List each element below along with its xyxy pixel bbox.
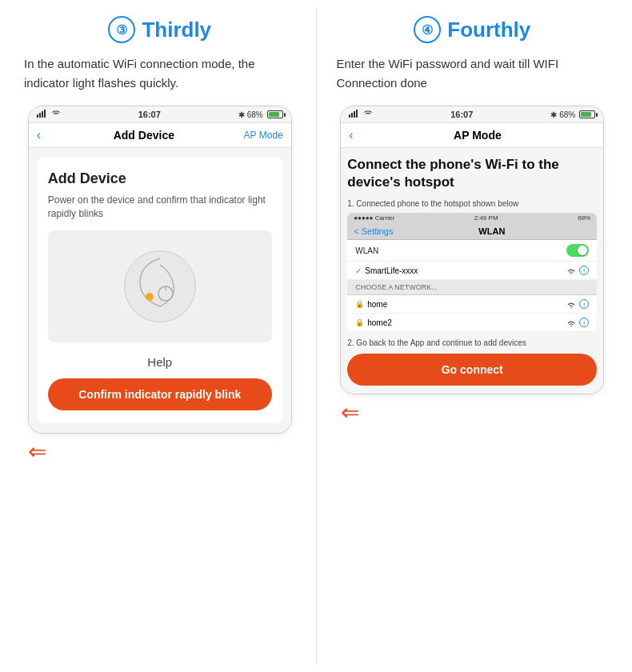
- wlan-toggle-row: WLAN: [347, 240, 597, 262]
- right-status-time: 16:07: [450, 110, 473, 119]
- inner-nav: < Settings WLAN: [347, 223, 597, 240]
- svg-point-11: [570, 274, 572, 274]
- step4-title: Fourthly: [447, 18, 530, 42]
- inner-phone-simulation: ●●●●● Carrier 2:49 PM 68% < Settings WLA…: [347, 213, 597, 332]
- right-phone-nav: ‹ AP Mode: [341, 123, 603, 148]
- right-bluetooth-icon: ✱: [550, 110, 557, 119]
- svg-rect-8: [351, 113, 353, 118]
- ap-title: Connect the phone's Wi-Fi to the device'…: [347, 156, 597, 191]
- left-phone-body: Add Device Power on the device and confi…: [29, 148, 291, 433]
- svg-rect-3: [44, 110, 46, 118]
- add-device-title: Add Device: [48, 170, 272, 187]
- left-arrow-icon: ⇐: [28, 438, 46, 465]
- right-arrow-icon: ⇐: [341, 399, 359, 426]
- battery-percent-left: 68%: [247, 110, 263, 119]
- left-phone-nav: ‹ Add Device AP Mode: [29, 123, 291, 148]
- left-phone-mockup: 16:07 ✱ 68% ‹ Add Device AP Mode Add Dev…: [28, 106, 292, 434]
- left-arrow-container: ⇐: [28, 438, 46, 465]
- svg-rect-9: [354, 111, 355, 118]
- right-status-bar: 16:07 ✱ 68%: [341, 106, 603, 123]
- go-connect-button[interactable]: Go connect: [347, 354, 597, 386]
- svg-point-13: [570, 326, 572, 326]
- smartlife-info-icon[interactable]: i: [579, 266, 589, 275]
- home-lock-icon: 🔒: [355, 300, 364, 308]
- right-panel: ④ Fourthly Enter the WiFi password and w…: [321, 8, 625, 664]
- signal-bars: [37, 110, 48, 119]
- step3-circle: ③: [108, 16, 135, 43]
- svg-point-4: [146, 293, 154, 301]
- left-nav-back[interactable]: ‹: [37, 128, 41, 142]
- right-phone-body: Connect the phone's Wi-Fi to the device'…: [341, 148, 603, 394]
- svg-rect-1: [39, 113, 41, 118]
- device-illustration: [116, 242, 204, 330]
- svg-rect-7: [349, 114, 350, 118]
- home2-info-icon[interactable]: i: [579, 318, 589, 327]
- inner-battery: 68%: [578, 214, 590, 222]
- inner-nav-back[interactable]: < Settings: [354, 226, 393, 236]
- check-mark-icon: ✓: [355, 266, 362, 275]
- ap-step2-label: 2. Go back to the App and continue to ad…: [347, 338, 597, 347]
- wifi-icon-status: [51, 110, 61, 119]
- inner-time: 2:49 PM: [474, 214, 498, 222]
- inner-carrier: ●●●●● Carrier: [354, 214, 394, 222]
- smartlife-network-item[interactable]: ✓ SmartLife-xxxx i: [347, 262, 597, 280]
- choose-network-header: CHOOSE A NETWORK...: [347, 280, 597, 295]
- inner-nav-title: WLAN: [393, 226, 590, 236]
- wlan-toggle[interactable]: [566, 244, 589, 257]
- battery-icon-left: [267, 110, 283, 118]
- smartlife-ssid: SmartLife-xxxx: [365, 266, 418, 275]
- wlan-label: WLAN: [355, 246, 378, 255]
- left-nav-right[interactable]: AP Mode: [244, 130, 283, 141]
- svg-point-12: [570, 307, 572, 308]
- home2-wifi-icon: [566, 318, 576, 326]
- left-header: ③ Thirdly: [108, 16, 211, 43]
- home2-network-name: home2: [367, 318, 392, 327]
- help-text: Help: [48, 355, 272, 369]
- right-description: Enter the WiFi password and wait till WI…: [333, 54, 613, 93]
- home-network-name: home: [367, 300, 387, 309]
- left-nav-title: Add Device: [47, 129, 241, 142]
- home-wifi-icon: [566, 300, 576, 308]
- bluetooth-icon: ✱: [238, 110, 245, 119]
- home2-lock-icon: 🔒: [355, 318, 364, 326]
- svg-rect-10: [356, 110, 358, 118]
- right-nav-title: AP Mode: [360, 129, 596, 142]
- panel-divider: [316, 8, 317, 664]
- ap-step1-label: 1. Connected phone to the hotspot shown …: [347, 199, 597, 208]
- home-network-item[interactable]: 🔒 home i: [347, 295, 597, 314]
- left-panel: ③ Thirdly In the automatic WiFi connecti…: [8, 8, 312, 664]
- step3-title: Thirdly: [142, 18, 211, 42]
- left-description: In the automatic WiFi connection mode, t…: [20, 54, 300, 93]
- right-header: ④ Fourthly: [414, 16, 530, 43]
- left-status-bar: 16:07 ✱ 68%: [29, 106, 291, 123]
- home2-network-item[interactable]: 🔒 home2 i: [347, 314, 597, 332]
- confirm-blink-button[interactable]: Confirm indicator rapidly blink: [48, 378, 272, 410]
- right-wifi-icon-status: [363, 110, 373, 119]
- device-image-box: [48, 230, 272, 342]
- right-arrow-container: ⇐: [341, 399, 359, 426]
- add-device-desc: Power on the device and confirm that ind…: [48, 194, 272, 221]
- right-phone-mockup: 16:07 ✱ 68% ‹ AP Mode Connect the phone'…: [340, 106, 604, 394]
- right-nav-back[interactable]: ‹: [349, 128, 353, 142]
- device-arcs-svg: [116, 242, 204, 330]
- add-device-card: Add Device Power on the device and confi…: [37, 158, 283, 423]
- left-status-time: 16:07: [138, 110, 161, 119]
- battery-icon-right: [579, 110, 595, 118]
- right-battery-percent: 68%: [559, 110, 575, 119]
- home-info-icon[interactable]: i: [579, 299, 589, 309]
- svg-rect-2: [42, 111, 43, 118]
- step4-circle: ④: [414, 16, 441, 43]
- svg-rect-0: [37, 114, 38, 118]
- right-signal-bars: [349, 110, 360, 119]
- smartlife-wifi-icon: [566, 266, 576, 274]
- inner-status-bar: ●●●●● Carrier 2:49 PM 68%: [347, 213, 597, 223]
